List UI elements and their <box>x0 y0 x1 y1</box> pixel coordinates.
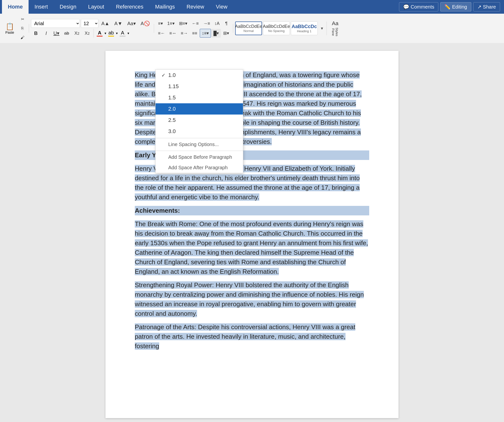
paragraph-heading2: Achievements: <box>135 206 369 215</box>
italic-button[interactable]: I <box>41 29 51 38</box>
tab-design[interactable]: Design <box>54 0 82 14</box>
heading1-label: Heading 1 <box>297 29 311 33</box>
numbering-btn[interactable]: 1≡▾ <box>165 19 177 28</box>
change-case-btn[interactable]: Aa▾ <box>125 19 137 28</box>
line-spacing-btn[interactable]: ↕≡▾ <box>200 29 211 38</box>
borders-btn[interactable]: ⊞▾ <box>221 29 231 38</box>
align-left-btn[interactable]: ≡← <box>156 29 167 38</box>
spacing-2-0[interactable]: 2.0 <box>156 103 243 115</box>
subscript-button[interactable]: X2 <box>72 29 82 38</box>
share-icon: ↗ <box>477 4 482 10</box>
selected-text-p3: The Break with Rome: One of the most pro… <box>135 220 368 275</box>
shading-btn[interactable]: A <box>118 30 127 37</box>
paragraph-5: Patronage of the Arts: Despite his contr… <box>135 322 369 351</box>
styles-pane-button[interactable]: Aa Styles Pane <box>326 21 344 35</box>
styles-area: AaBbCcDdEe Normal AaBbCcDdEe No Spacing … <box>235 21 344 35</box>
toolbar-row1: 📋 Paste ✂ ⎘ 🖌 Arial 12 A▲ A▼ Aa▾ A🚫 <box>0 14 504 43</box>
heading1-preview: AaBbCcDc <box>292 24 317 29</box>
normal-preview: AaBbCcDdEe <box>235 24 262 29</box>
font-color-btn[interactable]: A <box>95 30 104 37</box>
line-spacing-dropdown: ✓ 1.0 1.15 1.5 2.0 2.5 3.0 Line Spacing … <box>155 69 243 173</box>
check-1-15 <box>161 84 168 89</box>
editing-button[interactable]: ✏️ Editing <box>440 2 471 11</box>
no-spacing-label: No Spacing <box>268 29 284 33</box>
justify-btn[interactable]: ≡≡ <box>190 29 199 38</box>
superscript-button[interactable]: X2 <box>82 29 92 38</box>
sep3 <box>154 24 154 33</box>
style-normal[interactable]: AaBbCcDdEe Normal <box>235 21 262 35</box>
spacing-1-5[interactable]: 1.5 <box>156 92 243 103</box>
check-options <box>161 142 168 147</box>
check-2-5 <box>161 117 168 123</box>
copy-button[interactable]: ⎘ <box>18 24 27 33</box>
clipboard-group: 📋 Paste ✂ ⎘ 🖌 <box>2 15 27 42</box>
no-spacing-preview: AaBbCcDdEe <box>263 24 290 29</box>
check-3-0 <box>161 129 168 134</box>
multilevel-list-btn[interactable]: ⊞≡▾ <box>177 19 189 28</box>
font-color-dropdown[interactable]: ▾ <box>105 31 106 35</box>
clear-formatting-btn[interactable]: A🚫 <box>139 19 152 28</box>
paste-icon: 📋 <box>6 22 14 31</box>
line-spacing-options[interactable]: Line Spacing Options... <box>156 139 243 150</box>
tab-references[interactable]: References <box>110 0 149 14</box>
tab-home[interactable]: Home <box>2 0 29 14</box>
share-button[interactable]: ↗ Share <box>473 2 500 11</box>
add-space-after[interactable]: Add Space After Paragraph <box>156 162 243 173</box>
tab-bar: Home Insert Design Layout References Mai… <box>0 0 504 14</box>
sep2 <box>94 29 94 38</box>
format-painter-button[interactable]: 🖌 <box>18 33 27 42</box>
paragraph-4: Strengthening Royal Power: Henry VIII bo… <box>135 280 369 318</box>
strikethrough-button[interactable]: ab <box>62 29 72 38</box>
check-before <box>161 154 168 160</box>
dropdown-divider-2 <box>156 151 243 151</box>
highlight-dropdown[interactable]: ▾ <box>116 31 118 35</box>
increase-indent-btn[interactable]: →≡ <box>201 19 212 28</box>
check-2-0 <box>161 106 168 112</box>
add-space-before[interactable]: Add Space Before Paragraph <box>156 152 243 162</box>
dropdown-divider-1 <box>156 138 243 138</box>
normal-label: Normal <box>243 29 254 33</box>
check-after <box>161 165 168 170</box>
show-formatting-btn[interactable]: ¶ <box>222 19 231 28</box>
cut-button[interactable]: ✂ <box>18 15 27 23</box>
paragraph-3: The Break with Rome: One of the most pro… <box>135 219 369 276</box>
sort-btn[interactable]: ↕A <box>212 19 221 28</box>
decrease-font-btn[interactable]: A▼ <box>112 19 124 28</box>
bold-button[interactable]: B <box>31 29 41 38</box>
bullets-btn[interactable]: ≡▾ <box>156 19 165 28</box>
tab-layout[interactable]: Layout <box>82 0 110 14</box>
styles-pane-label: Styles Pane <box>331 28 339 36</box>
check-1-5 <box>161 95 168 101</box>
align-right-btn[interactable]: ≡→ <box>179 29 190 38</box>
font-size-select[interactable]: 12 <box>81 19 98 28</box>
spacing-1-0[interactable]: ✓ 1.0 <box>156 70 243 81</box>
styles-more-btn[interactable]: ▾ <box>319 21 326 35</box>
align-center-btn[interactable]: ≡↔ <box>168 29 178 38</box>
decrease-indent-btn[interactable]: ←≡ <box>190 19 201 28</box>
paragraph-group: ≡▾ 1≡▾ ⊞≡▾ ←≡ →≡ ↕A ¶ ≡← ≡↔ ≡→ ≡≡ ↕≡▾ █▾… <box>156 19 231 38</box>
tab-review[interactable]: Review <box>181 0 210 14</box>
font-group: Arial 12 A▲ A▼ Aa▾ A🚫 B I U▾ ab X2 X2 A <box>31 19 152 38</box>
style-no-spacing[interactable]: AaBbCcDdEe No Spacing <box>263 21 290 35</box>
shading2-btn[interactable]: █▾ <box>211 29 221 38</box>
increase-font-btn[interactable]: A▲ <box>99 19 111 28</box>
shading-dropdown[interactable]: ▾ <box>127 31 129 35</box>
document-page: King Henry VIII, the infamous monarch of… <box>105 51 399 418</box>
comments-button[interactable]: 💬 Comments <box>399 2 439 11</box>
spacing-3-0[interactable]: 3.0 <box>156 126 243 137</box>
document-area: King Henry VIII, the infamous monarch of… <box>0 43 504 422</box>
spacing-2-5[interactable]: 2.5 <box>156 115 243 126</box>
font-name-select[interactable]: Arial <box>31 19 80 28</box>
tab-mailings[interactable]: Mailings <box>149 0 181 14</box>
edit-icon: ✏️ <box>444 4 451 10</box>
spacing-1-15[interactable]: 1.15 <box>156 81 243 92</box>
paste-button[interactable]: 📋 Paste <box>2 22 18 34</box>
selected-text-p4: Strengthening Royal Power: Henry VIII bo… <box>135 281 364 317</box>
tab-view[interactable]: View <box>210 0 233 14</box>
tab-insert[interactable]: Insert <box>29 0 54 14</box>
highlight-btn[interactable]: ab <box>107 30 116 37</box>
ribbon-right-actions: 💬 Comments ✏️ Editing ↗ Share <box>399 0 504 14</box>
style-heading1[interactable]: AaBbCcDc Heading 1 <box>291 21 318 35</box>
sep1 <box>29 24 29 33</box>
underline-button[interactable]: U▾ <box>52 29 61 38</box>
